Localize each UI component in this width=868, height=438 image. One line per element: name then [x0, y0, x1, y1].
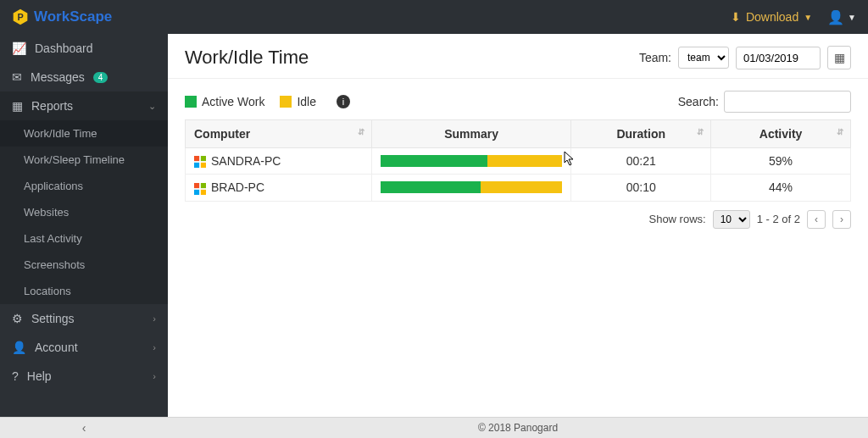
sidebar-item-label: Reports	[31, 99, 73, 113]
sort-icon: ⇵	[358, 127, 364, 136]
report-table: Computer⇵ Summary Duration⇵ Activity⇵ SA…	[185, 119, 851, 202]
grid-icon: ▦	[834, 51, 845, 64]
download-label: Download	[746, 10, 798, 24]
sidebar-item-settings[interactable]: ⚙ Settings ›	[0, 304, 168, 333]
brand-name: WorkScape	[34, 8, 112, 25]
show-rows-label: Show rows:	[648, 213, 705, 225]
svg-rect-6	[194, 183, 199, 188]
sidebar-item-label: Messages	[31, 70, 85, 84]
table-row[interactable]: SANDRA-PC00:2159%	[186, 148, 851, 175]
prev-page-button[interactable]: ‹	[807, 210, 826, 229]
windows-icon	[194, 183, 206, 195]
footer: ‹ © 2018 Panogard	[0, 417, 868, 438]
chevron-right-icon: ›	[153, 313, 156, 324]
summary-bar	[381, 181, 563, 193]
cell-summary	[371, 175, 571, 201]
svg-rect-9	[201, 189, 206, 194]
date-input[interactable]	[736, 47, 821, 69]
pager: Show rows: 10 1 - 2 of 2 ‹ ›	[185, 210, 851, 229]
svg-rect-3	[201, 156, 206, 161]
download-icon: ⬇	[731, 10, 741, 24]
sidebar-item-label: Dashboard	[35, 42, 93, 55]
sidebar-subitem-last-activity[interactable]: Last Activity	[0, 225, 168, 252]
help-icon: ?	[12, 369, 19, 383]
page-title: Work/Idle Time	[185, 47, 639, 69]
gear-icon: ⚙	[12, 312, 23, 325]
sidebar-item-label: Account	[35, 341, 78, 354]
svg-rect-8	[194, 189, 199, 194]
svg-rect-4	[194, 163, 199, 168]
sidebar-item-messages[interactable]: ✉ Messages 4	[0, 63, 168, 91]
sort-icon: ⇵	[837, 127, 843, 136]
cell-computer: SANDRA-PC	[186, 148, 372, 175]
chart-icon: 📈	[12, 42, 26, 55]
team-label: Team:	[639, 51, 671, 64]
sidebar-item-help[interactable]: ? Help ›	[0, 362, 168, 391]
sidebar-item-account[interactable]: 👤 Account ›	[0, 333, 168, 362]
sidebar-item-reports[interactable]: ▦ Reports ⌄	[0, 91, 168, 120]
download-button[interactable]: ⬇ Download ▼	[731, 10, 812, 24]
mail-icon: ✉	[12, 70, 22, 84]
cell-summary	[371, 148, 571, 175]
search-input[interactable]	[724, 91, 851, 113]
sidebar: 📈 Dashboard ✉ Messages 4 ▦ Reports ⌄ Wor…	[0, 34, 168, 417]
sidebar-item-label: Settings	[31, 312, 75, 325]
table-row[interactable]: BRAD-PC00:1044%	[186, 175, 851, 201]
col-computer[interactable]: Computer⇵	[186, 120, 372, 148]
grid-icon: ▦	[12, 99, 23, 113]
main-content: Work/Idle Time Team: team ▦ Active Work …	[168, 34, 868, 417]
search-label: Search:	[678, 95, 719, 108]
team-select[interactable]: team	[678, 47, 729, 69]
chevron-down-icon: ⌄	[148, 101, 156, 112]
cell-activity: 59%	[711, 148, 851, 175]
col-summary[interactable]: Summary	[371, 120, 571, 148]
col-activity[interactable]: Activity⇵	[711, 120, 851, 148]
sidebar-item-label: Help	[27, 369, 52, 383]
legend-active-label: Active Work	[202, 95, 264, 108]
chevron-right-icon: ›	[153, 371, 156, 381]
user-menu[interactable]: 👤 ▼	[827, 9, 856, 25]
cell-computer: BRAD-PC	[186, 175, 372, 201]
windows-icon	[194, 156, 206, 168]
cell-activity: 44%	[711, 175, 851, 201]
svg-rect-7	[201, 183, 206, 188]
user-icon: 👤	[827, 9, 844, 25]
sidebar-subitem-locations[interactable]: Locations	[0, 278, 168, 304]
swatch-idle	[280, 96, 292, 108]
sidebar-subitem-work-sleep[interactable]: Work/Sleep Timeline	[0, 147, 168, 173]
sidebar-item-dashboard[interactable]: 📈 Dashboard	[0, 34, 168, 63]
rows-select[interactable]: 10	[713, 210, 750, 229]
summary-bar	[381, 155, 563, 167]
svg-rect-5	[201, 163, 206, 168]
info-icon[interactable]: i	[337, 95, 350, 108]
sidebar-subitem-applications[interactable]: Applications	[0, 173, 168, 199]
legend-idle-label: Idle	[297, 95, 316, 108]
messages-badge: 4	[93, 72, 108, 83]
user-icon: 👤	[12, 341, 26, 354]
caret-down-icon: ▼	[804, 13, 812, 22]
sidebar-subitem-websites[interactable]: Websites	[0, 199, 168, 225]
sidebar-subitem-work-idle[interactable]: Work/Idle Time	[0, 120, 168, 147]
cell-duration: 00:10	[571, 175, 711, 201]
logo-icon: P	[12, 8, 29, 25]
grid-view-button[interactable]: ▦	[827, 46, 851, 69]
sidebar-collapse-button[interactable]: ‹	[0, 421, 168, 435]
page-header: Work/Idle Time Team: team ▦	[168, 34, 868, 79]
svg-text:P: P	[17, 12, 23, 22]
reports-submenu: Work/Idle Time Work/Sleep Timeline Appli…	[0, 120, 168, 304]
swatch-active	[185, 96, 197, 108]
next-page-button[interactable]: ›	[832, 210, 851, 229]
legend-row: Active Work Idle i Search:	[185, 91, 851, 113]
footer-copyright: © 2018 Panogard	[168, 422, 868, 434]
caret-down-icon: ▼	[848, 13, 856, 22]
chevron-right-icon: ›	[153, 342, 156, 352]
cell-duration: 00:21	[571, 148, 711, 175]
sort-icon: ⇵	[697, 127, 704, 136]
topbar: P WorkScape ⬇ Download ▼ 👤 ▼	[0, 0, 868, 34]
page-range: 1 - 2 of 2	[757, 213, 800, 225]
sidebar-subitem-screenshots[interactable]: Screenshots	[0, 252, 168, 278]
svg-rect-2	[194, 156, 199, 161]
col-duration[interactable]: Duration⇵	[571, 120, 711, 148]
